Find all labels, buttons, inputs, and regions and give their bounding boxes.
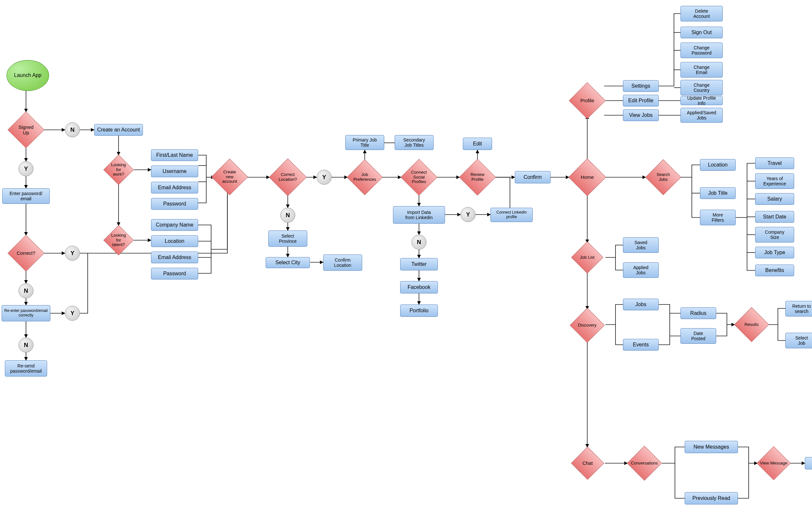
box-new-messages: New Messages: [685, 441, 738, 453]
box-enter-password-email: Enter password/email: [2, 188, 50, 204]
box-first-last-name: First/Last Name: [151, 149, 198, 161]
label: Job List: [579, 255, 596, 260]
label: Createnewaccount: [221, 170, 238, 184]
start-launch-app: Launch App: [6, 60, 49, 91]
box-email-address: Email Address: [151, 182, 198, 194]
box-reply-chat: Reply/Chat: [805, 457, 812, 469]
box-search-job-title: Job Title: [700, 187, 736, 199]
label: Start Date: [763, 214, 786, 220]
label: Password: [163, 271, 186, 277]
label: DatePosted: [691, 331, 705, 341]
label: Password: [163, 201, 186, 207]
label: Email Address: [158, 185, 191, 190]
label: MoreFilters: [712, 212, 724, 223]
label: Update ProfileInfo: [687, 95, 716, 106]
label: Benefits: [765, 267, 784, 273]
label: Years ofExperience: [763, 176, 786, 186]
label: Connect LinkedInprofile: [496, 210, 527, 219]
decision-looking-for-work: Lookingforwork?: [104, 155, 133, 184]
label: Facebook: [408, 284, 430, 290]
label: N: [24, 342, 28, 349]
connector-y: Y: [65, 306, 80, 321]
label: View Jobs: [629, 112, 653, 118]
label: Create an Account: [97, 127, 140, 133]
box-secondary-job-titles: SecondaryJob Titles: [395, 135, 434, 150]
box-company-name: Company Name: [151, 219, 198, 231]
label: Profile: [579, 98, 596, 103]
box-update-profile-info: Update ProfileInfo: [681, 96, 723, 105]
label: Confirm: [524, 174, 542, 180]
decision-search-jobs: SearchJobs: [646, 160, 681, 195]
connector-y: Y: [65, 246, 80, 261]
label: Settings: [632, 83, 650, 89]
label: Lookingfortalent?: [110, 233, 127, 248]
label: View Message: [759, 461, 788, 466]
label: Launch App: [14, 72, 42, 78]
label: SecondaryJob Titles: [403, 137, 425, 148]
label: DeleteAccount: [693, 8, 710, 19]
box-import-linkedin: Import Datafrom Linkedin: [393, 206, 445, 224]
label: Home: [579, 174, 595, 180]
box-facebook: Facebook: [400, 281, 438, 293]
box-reenter-password: Re-enter password/emailcorrectly: [2, 305, 50, 321]
label: Y: [71, 310, 74, 317]
box-return-to-search: Return tosearch: [785, 301, 812, 316]
label: SelectProvince: [279, 234, 296, 244]
decision-looking-for-talent: Lookingfortalent?: [104, 225, 133, 255]
label: ChangeEmail: [693, 65, 709, 75]
box-confirm-location: ConfirmLocation: [323, 254, 362, 271]
label: N: [71, 127, 75, 133]
box-select-province: SelectProvince: [268, 230, 307, 247]
box-applied-jobs: AppliedJobs: [623, 262, 659, 278]
box-change-country: ChangeCountry: [681, 80, 723, 95]
box-location: Location: [151, 235, 198, 247]
box-delete-account: DeleteAccount: [681, 6, 723, 22]
box-filter-job-type: Job Type: [755, 247, 794, 258]
decision-signed-up: SignedUp: [8, 112, 44, 148]
box-search-location: Location: [700, 159, 736, 171]
connector-n: N: [280, 208, 295, 223]
decision-create-new-account: Createnewaccount: [212, 159, 247, 195]
label: SelectJob: [796, 335, 808, 346]
label: Portfolio: [410, 308, 429, 313]
label: Return tosearch: [792, 303, 811, 314]
connector-n: N: [18, 283, 34, 298]
decision-results: Results: [735, 308, 769, 341]
label: Company Name: [156, 222, 194, 228]
label: CompanySize: [765, 229, 784, 240]
label: CorrectLocation?: [277, 172, 298, 182]
label: SavedJobs: [634, 240, 647, 250]
decision-review-profile: ReviewProfile: [459, 159, 495, 195]
box-previously-read: Previously Read: [685, 492, 738, 504]
box-portfolio: Portfolio: [400, 304, 438, 317]
label: Radius: [690, 310, 706, 316]
decision-job-preferences: JobPreferences: [348, 160, 382, 195]
decision-view-message: View Message: [758, 447, 790, 479]
box-password-2: Password: [151, 268, 198, 280]
label: Correct?: [15, 250, 37, 256]
box-filter-years-exp: Years ofExperience: [755, 173, 794, 189]
label: Jobs: [635, 302, 646, 307]
connector-y: Y: [317, 170, 332, 185]
label: Job Title: [708, 190, 728, 196]
label: SignedUp: [17, 124, 35, 136]
label: JobPreferences: [352, 172, 377, 182]
flowchart-canvas: Launch App SignedUp N Create an Account …: [0, 0, 812, 508]
label: Salary: [767, 196, 782, 202]
box-username: Username: [151, 166, 198, 177]
label: Location: [165, 238, 185, 244]
label: Lookingforwork?: [110, 163, 127, 177]
box-filter-benefits: Benefits: [755, 264, 794, 276]
label: Discovery: [576, 323, 598, 328]
box-password: Password: [151, 198, 198, 210]
box-discovery-radius: Radius: [681, 307, 716, 319]
connector-n: N: [411, 235, 427, 250]
connector-y: Y: [460, 207, 476, 222]
label: N: [286, 212, 290, 219]
label: Chat: [581, 460, 594, 466]
label: Events: [633, 342, 649, 348]
label: First/Last Name: [156, 152, 193, 158]
decision-chat: Chat: [572, 447, 604, 479]
box-change-password: ChangePassword: [681, 43, 723, 58]
label: Previously Read: [692, 495, 730, 501]
